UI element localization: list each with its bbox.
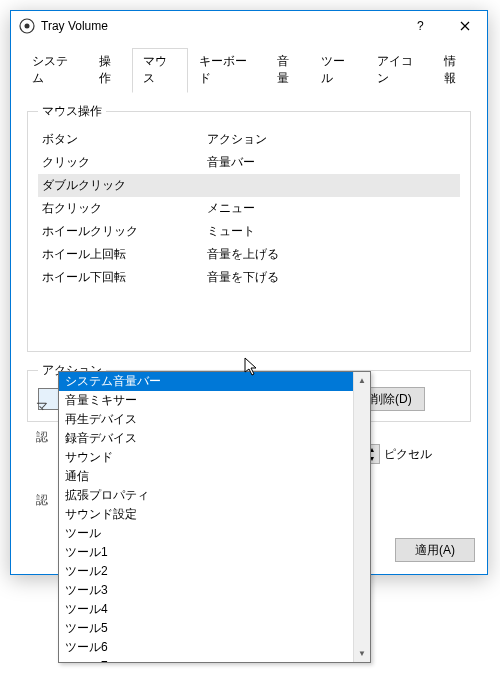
tab-strip: システム操作マウスキーボード音量ツールアイコン情報 bbox=[21, 47, 477, 93]
grid-row[interactable]: 右クリックメニュー bbox=[38, 197, 460, 220]
cell-action: 音量を上げる bbox=[207, 246, 456, 263]
app-icon bbox=[19, 18, 35, 34]
grid-row[interactable]: ダブルクリック bbox=[38, 174, 460, 197]
scroll-track[interactable] bbox=[354, 389, 370, 645]
mouse-ops-group: マウス操作 ボタン アクション クリック音量バーダブルクリック右クリックメニュー… bbox=[27, 103, 471, 352]
close-button[interactable] bbox=[442, 11, 487, 41]
dropdown-item[interactable]: サウンド設定 bbox=[59, 505, 370, 524]
dialog-buttons: 適用(A) bbox=[395, 538, 475, 562]
cell-action: メニュー bbox=[207, 200, 456, 217]
cell-action: ミュート bbox=[207, 223, 456, 240]
tab-4[interactable]: 音量 bbox=[266, 48, 310, 93]
tab-7[interactable]: 情報 bbox=[433, 48, 477, 93]
tab-0[interactable]: システム bbox=[21, 48, 88, 93]
dropdown-item[interactable]: 音量ミキサー bbox=[59, 391, 370, 410]
cell-action: 音量を下げる bbox=[207, 269, 456, 286]
help-button[interactable]: ? bbox=[397, 11, 442, 41]
header-action: アクション bbox=[207, 131, 456, 148]
cell-button: ホイール上回転 bbox=[42, 246, 207, 263]
tab-5[interactable]: ツール bbox=[310, 48, 366, 93]
dropdown-item[interactable]: ツール2 bbox=[59, 562, 370, 581]
dropdown-item[interactable]: 通信 bbox=[59, 467, 370, 486]
svg-text:?: ? bbox=[417, 21, 424, 31]
dropdown-item[interactable]: ツール3 bbox=[59, 581, 370, 600]
dropdown-item[interactable]: ツール4 bbox=[59, 600, 370, 619]
cell-action bbox=[207, 177, 456, 194]
dropdown-item[interactable]: 録音デバイス bbox=[59, 429, 370, 448]
cell-button: 右クリック bbox=[42, 200, 207, 217]
cell-button: ホイール下回転 bbox=[42, 269, 207, 286]
occluded-label-1: マ 認 認 bbox=[36, 398, 48, 513]
dropdown-item[interactable]: ツール6 bbox=[59, 638, 370, 657]
pixel-suffix: ピクセル bbox=[384, 446, 432, 463]
mouse-ops-grid: ボタン アクション クリック音量バーダブルクリック右クリックメニューホイールクリ… bbox=[38, 128, 460, 341]
tab-2[interactable]: マウス bbox=[132, 48, 188, 93]
cell-button: クリック bbox=[42, 154, 207, 171]
dropdown-item[interactable]: ツール7 bbox=[59, 657, 370, 662]
cell-button: ダブルクリック bbox=[42, 177, 207, 194]
grid-row[interactable]: ホイール下回転音量を下げる bbox=[38, 266, 460, 289]
apply-button[interactable]: 適用(A) bbox=[395, 538, 475, 562]
mouse-ops-legend: マウス操作 bbox=[38, 103, 106, 120]
dropdown-item[interactable]: 拡張プロパティ bbox=[59, 486, 370, 505]
grid-row[interactable]: ホイール上回転音量を上げる bbox=[38, 243, 460, 266]
tab-3[interactable]: キーボード bbox=[188, 48, 266, 93]
header-button: ボタン bbox=[42, 131, 207, 148]
grid-row[interactable]: ホイールクリックミュート bbox=[38, 220, 460, 243]
dropdown-item[interactable]: ツール5 bbox=[59, 619, 370, 638]
grid-body: クリック音量バーダブルクリック右クリックメニューホイールクリックミュートホイール… bbox=[38, 151, 460, 341]
dropdown-item[interactable]: システム音量バー bbox=[59, 372, 370, 391]
tab-6[interactable]: アイコン bbox=[366, 48, 433, 93]
dropdown-item[interactable]: ツール bbox=[59, 524, 370, 543]
svg-point-1 bbox=[25, 24, 30, 29]
cell-action: 音量バー bbox=[207, 154, 456, 171]
cell-button: ホイールクリック bbox=[42, 223, 207, 240]
tab-1[interactable]: 操作 bbox=[88, 48, 132, 93]
titlebar: Tray Volume ? bbox=[11, 11, 487, 41]
dropdown-item[interactable]: 再生デバイス bbox=[59, 410, 370, 429]
dropdown-scrollbar[interactable]: ▲ ▼ bbox=[353, 372, 370, 662]
dropdown-item[interactable]: ツール1 bbox=[59, 543, 370, 562]
scroll-up-icon[interactable]: ▲ bbox=[354, 372, 370, 389]
scroll-down-icon[interactable]: ▼ bbox=[354, 645, 370, 662]
window-title: Tray Volume bbox=[41, 19, 397, 33]
action-dropdown[interactable]: システム音量バー音量ミキサー再生デバイス録音デバイスサウンド通信拡張プロパティサ… bbox=[58, 371, 371, 663]
grid-row[interactable]: クリック音量バー bbox=[38, 151, 460, 174]
dropdown-item[interactable]: サウンド bbox=[59, 448, 370, 467]
grid-header: ボタン アクション bbox=[38, 128, 460, 151]
